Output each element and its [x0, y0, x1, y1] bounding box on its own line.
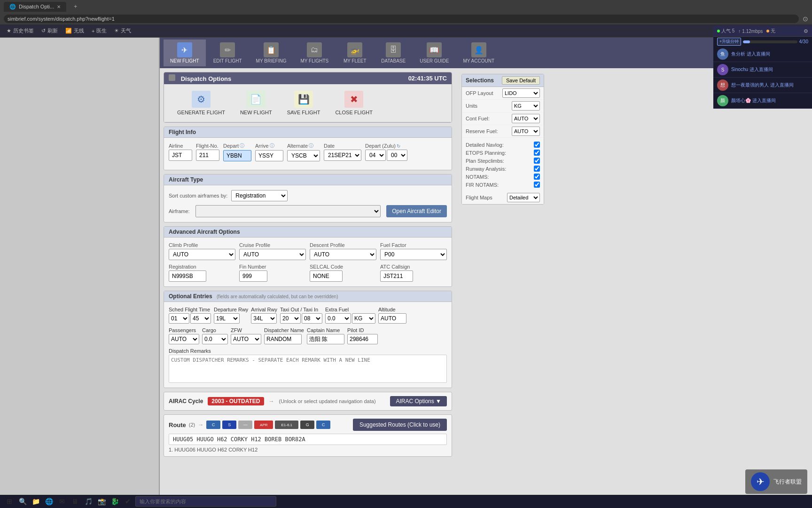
units-select[interactable]: KG	[512, 101, 540, 111]
taskbar-app3[interactable]: 📸	[96, 496, 107, 507]
taxi-out-select[interactable]: 20	[280, 313, 301, 324]
depart-zulu-sync-icon[interactable]: ↻	[397, 143, 400, 149]
taskbar-app2[interactable]: 🎵	[83, 496, 94, 507]
plan-stepclimbs-checkbox[interactable]	[534, 158, 540, 164]
taskbar-files[interactable]: 📁	[30, 496, 41, 507]
cargo-select[interactable]: 0.0	[202, 334, 228, 344]
nav-user-guide-btn[interactable]: 📖 USER GUIDE	[413, 40, 455, 66]
taskbar-start[interactable]: ⊞	[4, 496, 15, 507]
dep-rwy-select[interactable]: 19L	[214, 313, 240, 324]
passengers-select[interactable]: AUTO	[169, 334, 199, 344]
altitude-input[interactable]	[378, 313, 406, 324]
captain-name-input[interactable]	[307, 334, 344, 344]
taskbar-app[interactable]: 🖥	[70, 496, 81, 507]
nav-my-briefing-btn[interactable]: 📋 MY BRIEFING	[250, 40, 293, 66]
upload-speed: 1.12mbps	[742, 29, 763, 34]
nav-database-btn[interactable]: 🗄 DATABASE	[375, 40, 412, 66]
flight-no-input[interactable]	[196, 150, 219, 161]
arr-rwy-select[interactable]: 34L	[251, 313, 277, 324]
new-flight-action-btn[interactable]: 📄 NEW FLIGHT	[234, 88, 278, 118]
settings-icon[interactable]: ⚙	[804, 28, 808, 34]
generate-flight-btn[interactable]: ⚙ GENERATE FLIGHT	[172, 88, 231, 118]
nav-item-bookmarks[interactable]: ★历史书签	[4, 26, 37, 35]
flight-maps-select[interactable]: Detailed	[507, 193, 540, 202]
arrive-input[interactable]	[255, 150, 283, 161]
descent-select[interactable]: AUTO	[310, 249, 376, 260]
airac-options-btn[interactable]: AIRAC Options ▼	[390, 396, 447, 406]
alternate-select[interactable]: YSCB	[287, 150, 320, 161]
depart-input[interactable]	[223, 150, 251, 161]
nav-item-wireless[interactable]: 📶无线	[62, 26, 87, 35]
selcal-input[interactable]	[310, 270, 343, 282]
browser-tab[interactable]: 🌐 Dispatch Opti... ✕	[4, 2, 66, 12]
open-aircraft-editor-btn[interactable]: Open Aircraft Editor	[386, 205, 447, 217]
provider-apr[interactable]: APR	[254, 421, 273, 429]
extra-fuel-select[interactable]: 0.0	[325, 313, 351, 324]
taskbar-search[interactable]: 🔍	[17, 496, 28, 507]
ofp-layout-select[interactable]: LIDO	[502, 88, 540, 98]
fin-number-input[interactable]	[239, 270, 267, 282]
zfw-select[interactable]: AUTO	[231, 334, 261, 344]
arrive-info-icon[interactable]: ⓘ	[270, 143, 274, 149]
taskbar-search-input[interactable]	[135, 496, 276, 507]
save-flight-btn[interactable]: 💾 SAVE FLIGHT	[281, 88, 326, 118]
dispatcher-name-input[interactable]	[264, 334, 302, 344]
registration-input[interactable]	[169, 270, 206, 282]
airline-input[interactable]	[169, 150, 192, 161]
nav-edit-flight-btn[interactable]: ✏ EDIT FLIGHT	[207, 40, 249, 66]
provider-g[interactable]: G	[300, 421, 314, 429]
etops-planning-label: ETOPS Planning:	[466, 150, 506, 156]
taskbar-app4[interactable]: 🐉	[109, 496, 120, 507]
pilot-id-input[interactable]	[347, 334, 378, 344]
taskbar-app5[interactable]: ✔	[122, 496, 133, 507]
cruise-select[interactable]: AUTO	[239, 249, 306, 260]
new-tab-btn[interactable]: +	[70, 1, 81, 12]
user-guide-icon: 📖	[427, 42, 442, 57]
detailed-navlog-checkbox[interactable]	[534, 142, 540, 148]
close-flight-btn[interactable]: ✖ CLOSE FLIGHT	[329, 88, 378, 118]
notams-checkbox[interactable]	[534, 174, 540, 180]
my-flights-icon: 🗂	[307, 42, 322, 57]
depart-min-select[interactable]: 00	[387, 150, 407, 161]
alternate-info-icon[interactable]: ⓘ	[309, 143, 313, 149]
nav-new-flight-btn[interactable]: ✈ NEW FLIGHT	[164, 40, 206, 66]
taxi-in-select[interactable]: 08	[302, 313, 322, 324]
signal-label: 无	[771, 28, 775, 34]
nav-item-doctor[interactable]: +医生	[89, 26, 109, 35]
provider-c[interactable]: C	[206, 421, 220, 429]
provider-c2[interactable]: C	[316, 421, 330, 429]
provider-dash[interactable]: —	[238, 421, 252, 429]
taskbar-mail[interactable]: ✉	[56, 496, 68, 507]
date-select[interactable]: 21SEP21	[324, 150, 361, 161]
runway-analysis-checkbox[interactable]	[534, 166, 540, 172]
taskbar-browser[interactable]: 🌐	[43, 496, 55, 507]
sort-select[interactable]: Registration Name Type	[231, 190, 288, 201]
reserve-fuel-select[interactable]: AUTO	[512, 127, 540, 136]
nav-my-account-btn[interactable]: 👤 MY ACCOUNT	[457, 40, 501, 66]
sched-h-select[interactable]: 01	[169, 313, 189, 324]
etops-planning-checkbox[interactable]	[534, 150, 540, 156]
nav-my-flights-btn[interactable]: 🗂 MY FLIGHTS	[294, 40, 335, 66]
depart-info-icon[interactable]: ⓘ	[240, 143, 244, 149]
extra-fuel-unit-select[interactable]: KG	[352, 313, 375, 324]
save-default-btn[interactable]: Save Default	[502, 76, 540, 85]
fir-notams-checkbox[interactable]	[534, 182, 540, 188]
nav-item-weather[interactable]: ☀天气	[111, 26, 134, 35]
toggle-icon[interactable]	[169, 74, 175, 81]
sched-m-select[interactable]: 45	[190, 313, 211, 324]
cont-fuel-select[interactable]: AUTO	[512, 114, 540, 123]
depart-hour-select[interactable]: 04	[365, 150, 386, 161]
atc-callsign-input[interactable]	[380, 270, 413, 282]
fuel-factor-select[interactable]: P00	[380, 249, 447, 260]
nav-item-refresh[interactable]: ↺刷新	[39, 26, 61, 35]
route-suggested-1: 1. HUUG06 HUUGO H62 CORKY H12	[169, 447, 447, 452]
provider-s[interactable]: S	[222, 421, 236, 429]
tab-close-btn[interactable]: ✕	[57, 4, 61, 9]
suggested-routes-btn[interactable]: Suggested Routes (Click to use)	[353, 419, 447, 431]
address-input[interactable]	[4, 15, 799, 23]
remarks-textarea[interactable]	[169, 355, 447, 383]
climb-select[interactable]: AUTO	[169, 249, 235, 260]
airframe-select[interactable]	[195, 205, 381, 217]
provider-e1[interactable]: E1-6.1	[275, 421, 298, 429]
nav-my-fleet-btn[interactable]: 🚁 MY FLEET	[336, 40, 374, 66]
